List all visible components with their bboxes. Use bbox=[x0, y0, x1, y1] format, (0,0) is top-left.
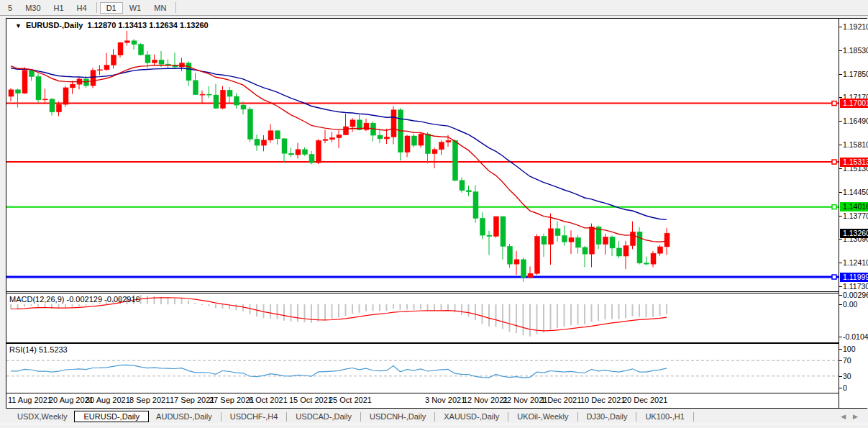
chart-tab-uk100-h1[interactable]: UK100-,H1 bbox=[638, 411, 691, 422]
chart-window: ▼EURUSD-,Daily 1.12870 1.13413 1.12634 1… bbox=[6, 18, 867, 409]
price-axis[interactable]: 1.192101.185301.178501.171701.164901.158… bbox=[839, 19, 868, 408]
price-axis-label: 1.16490 bbox=[843, 117, 868, 125]
candle bbox=[651, 251, 656, 268]
macd-histogram-bar bbox=[639, 304, 640, 317]
scroll-right-icon[interactable]: ▶ bbox=[853, 413, 858, 420]
chart-tab-usdchf-h4[interactable]: USDCHF-,H4 bbox=[223, 411, 285, 422]
macd-histogram-bar bbox=[291, 304, 292, 322]
candle bbox=[480, 212, 485, 239]
chart-tab-xauusd-daily[interactable]: XAUUSD-,Daily bbox=[437, 411, 506, 422]
candle bbox=[70, 81, 76, 94]
candle bbox=[282, 138, 287, 163]
level-line-handle[interactable] bbox=[832, 275, 836, 279]
rsi-plot[interactable] bbox=[6, 344, 839, 393]
symbol-label: EURUSD-,Daily bbox=[26, 21, 83, 29]
macd-histogram-bar bbox=[529, 304, 531, 337]
macd-histogram-bar bbox=[379, 304, 380, 311]
timeframe-button-d1[interactable]: D1 bbox=[100, 2, 123, 14]
level-line-handle[interactable] bbox=[832, 205, 836, 209]
axis-tick bbox=[839, 337, 842, 337]
chart-tab-usdcad-daily[interactable]: USDCAD-,Daily bbox=[288, 411, 359, 422]
candle bbox=[590, 224, 595, 268]
macd-histogram-bar bbox=[311, 304, 312, 323]
candle bbox=[207, 86, 212, 98]
macd-axis-label: 0.002966 bbox=[843, 291, 868, 299]
tab-scroll-arrows: ◀▶ bbox=[841, 413, 858, 420]
scroll-left-icon[interactable]: ◀ bbox=[841, 413, 846, 420]
candle bbox=[316, 139, 321, 164]
level-price-label: 1.11999 bbox=[840, 273, 868, 282]
candle bbox=[576, 235, 581, 254]
candle bbox=[617, 241, 622, 258]
rsi-panel[interactable]: RSI(14) 51.5233 bbox=[6, 343, 839, 393]
timeframe-button-w1[interactable]: W1 bbox=[123, 2, 148, 14]
chart-tab-usdx-weekly[interactable]: USDX,Weekly bbox=[10, 411, 74, 422]
macd-histogram-bar bbox=[373, 304, 374, 311]
candle bbox=[9, 88, 14, 101]
chart-tab-audusd-daily[interactable]: AUDUSD-,Daily bbox=[149, 411, 219, 422]
candle bbox=[193, 73, 198, 95]
candle bbox=[118, 42, 123, 58]
timeframe-button-m30[interactable]: M30 bbox=[19, 2, 47, 14]
candle bbox=[405, 135, 410, 158]
timeframe-button-h1[interactable]: H1 bbox=[47, 2, 70, 14]
macd-panel[interactable]: MACD(12,26,9) -0.002129 -0.002916 bbox=[6, 293, 839, 343]
macd-histogram-bar bbox=[359, 304, 360, 313]
candle bbox=[501, 217, 506, 260]
price-axis-label: 1.11730 bbox=[843, 282, 868, 291]
date-label: 20 Dec 2021 bbox=[623, 396, 667, 404]
axis-tick bbox=[839, 239, 842, 240]
timeframe-button-h4[interactable]: H4 bbox=[70, 2, 93, 14]
macd-histogram-bar bbox=[625, 304, 626, 318]
macd-histogram-bar bbox=[618, 304, 620, 319]
chart-tab-ukoil-weekly[interactable]: UKOil-,Weekly bbox=[510, 411, 575, 422]
macd-histogram-bar bbox=[605, 304, 606, 319]
macd-histogram-bar bbox=[92, 304, 93, 304]
chart-tab-usdcnh-daily[interactable]: USDCNH-,Daily bbox=[362, 411, 433, 422]
axis-tick bbox=[839, 192, 842, 193]
macd-histogram-bar bbox=[564, 304, 565, 327]
collapse-triangle-icon[interactable]: ▼ bbox=[15, 22, 22, 29]
rsi-axis-label: 0 bbox=[843, 383, 847, 392]
tab-separator bbox=[693, 412, 694, 422]
candlestick-chart[interactable] bbox=[6, 19, 839, 291]
tab-separator bbox=[508, 412, 508, 422]
chart-tab-bar: USDX,WeeklyEURUSD-,DailyAUDUSD-,DailyUSD… bbox=[0, 409, 868, 424]
macd-histogram-bar bbox=[283, 304, 285, 321]
macd-histogram-bar bbox=[632, 304, 634, 317]
price-axis-label: 1.19210 bbox=[843, 22, 868, 31]
date-label: 30 Aug 2021 bbox=[86, 396, 130, 404]
level-line-handle[interactable] bbox=[832, 101, 836, 106]
date-label: 15 Oct 2021 bbox=[289, 396, 332, 404]
macd-histogram-bar bbox=[495, 304, 497, 327]
timeframe-button-mn[interactable]: MN bbox=[147, 2, 173, 14]
macd-histogram-bar bbox=[611, 304, 613, 319]
chart-tab-eurusd-daily[interactable]: EURUSD-,Daily bbox=[74, 411, 149, 422]
macd-axis-label: 0.00 bbox=[843, 300, 857, 309]
candle bbox=[22, 67, 27, 94]
candle bbox=[77, 78, 82, 89]
price-chart-panel[interactable]: ▼EURUSD-,Daily 1.12870 1.13413 1.12634 1… bbox=[6, 19, 839, 292]
candle bbox=[412, 134, 417, 147]
tab-separator bbox=[221, 412, 221, 422]
time-axis[interactable]: 11 Aug 202120 Aug 202130 Aug 20218 Sep 2… bbox=[6, 393, 839, 408]
level-line-handle[interactable] bbox=[832, 160, 836, 164]
candle bbox=[29, 70, 35, 81]
candle bbox=[439, 140, 444, 155]
candle bbox=[132, 39, 137, 49]
candle bbox=[303, 147, 308, 156]
candle bbox=[152, 55, 157, 65]
candle bbox=[535, 235, 540, 275]
candle bbox=[309, 151, 314, 165]
macd-histogram-bar bbox=[365, 304, 367, 311]
macd-histogram-bar bbox=[447, 304, 449, 310]
candle bbox=[508, 244, 513, 268]
candle bbox=[248, 106, 253, 142]
trading-terminal-screen: 5M30H1H4D1W1MN ▼EURUSD-,Daily 1.12870 1.… bbox=[0, 0, 868, 428]
macd-histogram-bar bbox=[666, 304, 667, 314]
chart-tab-dj30-daily[interactable]: DJ30-,Daily bbox=[580, 411, 635, 422]
macd-histogram-bar bbox=[236, 304, 237, 310]
price-axis-label: 1.14450 bbox=[843, 188, 868, 196]
macd-histogram-bar bbox=[441, 304, 442, 310]
timeframe-button-5[interactable]: 5 bbox=[1, 2, 19, 14]
